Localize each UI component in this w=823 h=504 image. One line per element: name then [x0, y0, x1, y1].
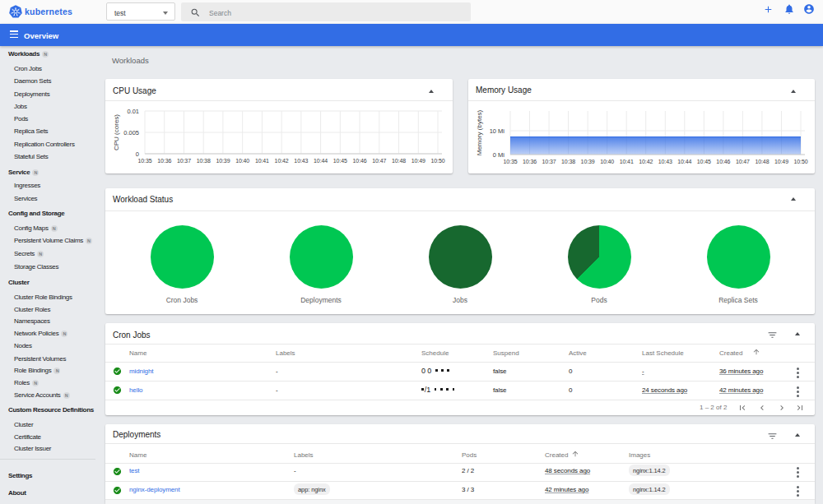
svg-text:10:47: 10:47	[736, 159, 750, 164]
svg-text:10:42: 10:42	[639, 159, 653, 164]
svg-text:10:41: 10:41	[620, 159, 634, 164]
svg-text:0.01: 0.01	[127, 108, 139, 115]
svg-text:Memory (bytes): Memory (bytes)	[476, 109, 483, 155]
svg-text:10:49: 10:49	[412, 158, 425, 164]
svg-text:10:35: 10:35	[137, 158, 151, 164]
svg-text:0: 0	[136, 150, 139, 158]
svg-text:10:43: 10:43	[294, 158, 308, 164]
svg-text:10:43: 10:43	[658, 159, 672, 164]
svg-text:CPU (cores): CPU (cores)	[113, 114, 120, 150]
svg-text:10:36: 10:36	[523, 159, 537, 164]
svg-text:0 Mi: 0 Mi	[493, 151, 505, 159]
svg-text:10:42: 10:42	[275, 158, 289, 164]
svg-text:10:49: 10:49	[774, 159, 788, 164]
svg-text:0.005: 0.005	[123, 129, 139, 136]
svg-text:10:39: 10:39	[216, 158, 230, 164]
svg-text:10:39: 10:39	[581, 159, 595, 164]
svg-text:10:46: 10:46	[716, 159, 730, 164]
svg-text:10:45: 10:45	[697, 159, 711, 164]
svg-text:10:47: 10:47	[372, 158, 386, 164]
svg-text:10:50: 10:50	[430, 158, 444, 164]
svg-text:10:37: 10:37	[542, 159, 556, 164]
svg-text:10:38: 10:38	[197, 158, 211, 164]
svg-text:10:45: 10:45	[333, 158, 347, 164]
svg-text:10:50: 10:50	[793, 159, 807, 164]
svg-text:10:37: 10:37	[177, 158, 191, 164]
svg-text:10:48: 10:48	[392, 158, 406, 164]
svg-text:10:41: 10:41	[255, 158, 269, 164]
svg-text:10:36: 10:36	[157, 158, 171, 164]
svg-text:10:38: 10:38	[561, 159, 575, 164]
svg-text:10:48: 10:48	[755, 159, 769, 164]
svg-text:10:35: 10:35	[503, 159, 517, 164]
svg-text:10:40: 10:40	[235, 158, 249, 164]
svg-text:10:44: 10:44	[314, 158, 328, 164]
svg-text:10:40: 10:40	[600, 159, 614, 164]
svg-text:10 Mi: 10 Mi	[490, 127, 505, 135]
svg-text:10:44: 10:44	[677, 159, 691, 164]
svg-text:10:46: 10:46	[353, 158, 367, 164]
